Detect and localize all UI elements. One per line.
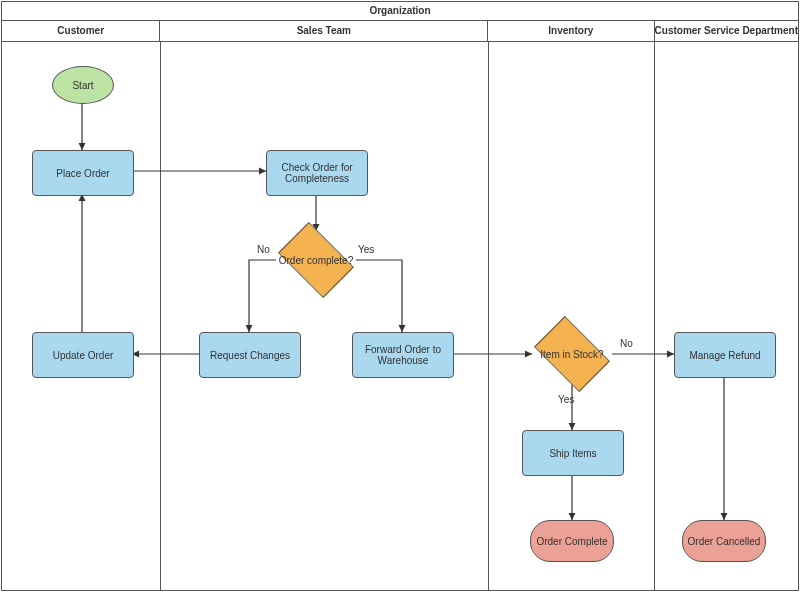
swimlane-pool: Organization Customer Sales Team Invento… [1,1,799,591]
lane-body: Start Place Order Check Order for Comple… [2,42,798,590]
lanes-header: Customer Sales Team Inventory Customer S… [2,21,798,42]
ship-items-label: Ship Items [549,448,596,459]
forward-warehouse-node: Forward Order to Warehouse [352,332,454,378]
item-in-stock-label: Item in Stock? [532,349,612,360]
check-order-node: Check Order for Completeness [266,150,368,196]
request-changes-node: Request Changes [199,332,301,378]
ship-items-node: Ship Items [522,430,624,476]
order-cancelled-label: Order Cancelled [688,536,761,547]
manage-refund-node: Manage Refund [674,332,776,378]
place-order-label: Place Order [56,168,109,179]
order-complete-label: Order complete? [276,255,356,266]
update-order-node: Update Order [32,332,134,378]
forward-warehouse-label: Forward Order to Warehouse [355,344,451,366]
order-complete-end: Order Complete [530,520,614,562]
lane-sales-header: Sales Team [160,21,488,41]
start-label: Start [72,80,93,91]
update-order-label: Update Order [53,350,114,361]
order-complete-label: Order Complete [536,536,607,547]
edge-label-no-1: No [257,244,270,255]
edge-label-no-2: No [620,338,633,349]
manage-refund-label: Manage Refund [689,350,760,361]
start-node: Start [52,66,114,104]
order-cancelled-end: Order Cancelled [682,520,766,562]
item-in-stock-decision: Item in Stock? [532,326,612,382]
place-order-node: Place Order [32,150,134,196]
order-complete-decision: Order complete? [276,232,356,288]
lane-cs-header: Customer Service Department [655,21,798,41]
lane-inventory-header: Inventory [488,21,654,41]
request-changes-label: Request Changes [210,350,290,361]
pool-title: Organization [2,2,798,21]
lane-customer-header: Customer [2,21,160,41]
edge-layer [2,42,798,590]
edge-label-yes-2: Yes [558,394,574,405]
check-order-label: Check Order for Completeness [269,162,365,184]
edge-label-yes-1: Yes [358,244,374,255]
